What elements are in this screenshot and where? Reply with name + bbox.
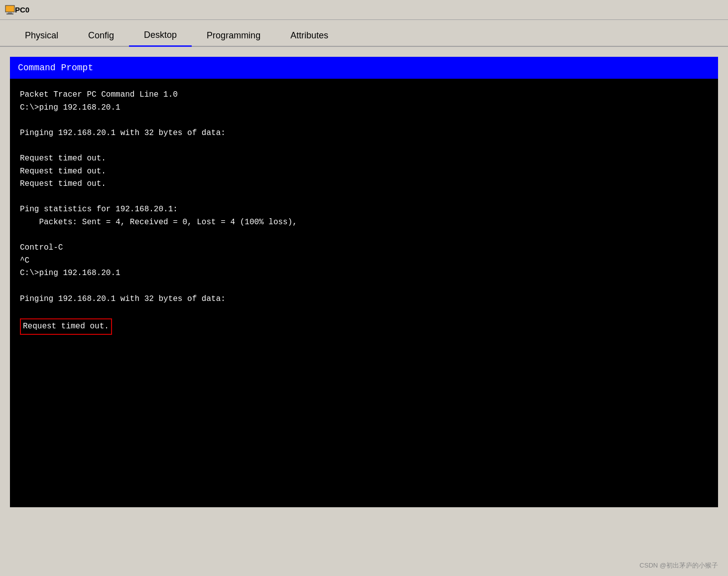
tab-physical[interactable]: Physical	[10, 25, 73, 46]
pc-icon	[5, 5, 15, 15]
tab-programming[interactable]: Programming	[192, 25, 275, 46]
tab-config[interactable]: Config	[73, 25, 129, 46]
terminal-highlighted-line: Request timed out.	[20, 318, 112, 335]
terminal-line-11: Packets: Sent = 4, Received = 0, Lost = …	[20, 218, 297, 227]
terminal-line-1: Packet Tracer PC Command Line 1.0	[20, 90, 178, 99]
command-prompt-header[interactable]: Command Prompt	[10, 57, 718, 79]
terminal-line-7: Request timed out.	[20, 167, 106, 176]
svg-rect-0	[5, 5, 14, 12]
title-bar: PC0	[0, 0, 728, 20]
terminal-line-13: Control-C	[20, 243, 63, 252]
terminal-line-15: C:\>ping 192.168.20.1	[20, 269, 121, 278]
terminal-line-6: Request timed out.	[20, 154, 106, 163]
terminal-line-14: ^C	[20, 256, 29, 265]
svg-rect-2	[6, 13, 13, 14]
terminal-line-4: Pinging 192.168.20.1 with 32 bytes of da…	[20, 129, 226, 138]
terminal[interactable]: Packet Tracer PC Command Line 1.0 C:\>pi…	[10, 79, 718, 507]
terminal-line-10: Ping statistics for 192.168.20.1:	[20, 205, 178, 214]
terminal-line-2: C:\>ping 192.168.20.1	[20, 103, 121, 112]
tab-bar: Physical Config Desktop Programming Attr…	[0, 20, 728, 47]
watermark: CSDN @初出茅庐的小猴子	[639, 561, 718, 570]
terminal-line-8: Request timed out.	[20, 179, 106, 188]
tab-desktop[interactable]: Desktop	[129, 25, 192, 47]
content-area: Command Prompt Packet Tracer PC Command …	[0, 47, 728, 517]
terminal-line-17: Pinging 192.168.20.1 with 32 bytes of da…	[20, 294, 226, 303]
svg-rect-1	[8, 12, 12, 13]
tab-attributes[interactable]: Attributes	[275, 25, 343, 46]
title-bar-text: PC0	[15, 5, 29, 14]
